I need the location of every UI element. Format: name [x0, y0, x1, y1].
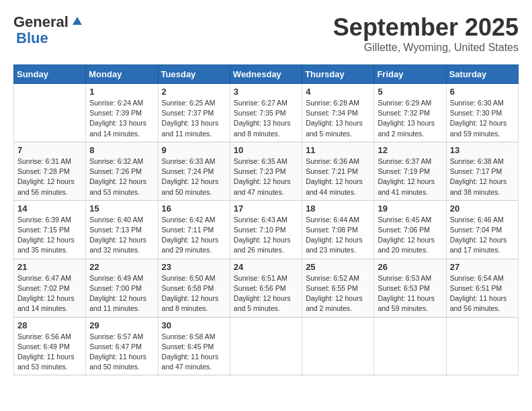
day-number: 6: [450, 87, 515, 97]
table-row: [302, 317, 374, 375]
table-row: [14, 84, 86, 142]
table-row: 13Sunrise: 6:38 AMSunset: 7:17 PMDayligh…: [446, 142, 518, 200]
day-number: 25: [306, 262, 370, 272]
day-info: Sunrise: 6:39 AMSunset: 7:15 PMDaylight:…: [17, 215, 82, 256]
logo-blue: Blue: [16, 30, 48, 46]
month-title: September 2025: [333, 13, 519, 42]
day-info: Sunrise: 6:24 AMSunset: 7:39 PMDaylight:…: [89, 98, 154, 139]
day-info: Sunrise: 6:57 AMSunset: 6:47 PMDaylight:…: [89, 332, 154, 373]
table-row: [374, 317, 446, 375]
col-friday: Friday: [374, 65, 446, 84]
day-info: Sunrise: 6:51 AMSunset: 6:56 PMDaylight:…: [234, 273, 298, 314]
title-area: September 2025 Gillette, Wyoming, United…: [333, 13, 519, 54]
day-number: 2: [162, 87, 226, 97]
day-number: 19: [378, 203, 442, 214]
day-number: 21: [17, 262, 82, 272]
day-number: 24: [234, 262, 298, 272]
day-number: 9: [162, 145, 226, 155]
calendar-week-3: 14Sunrise: 6:39 AMSunset: 7:15 PMDayligh…: [14, 200, 519, 259]
day-number: 13: [450, 145, 515, 155]
day-number: 20: [450, 203, 515, 214]
day-number: 28: [17, 320, 82, 330]
table-row: 11Sunrise: 6:36 AMSunset: 7:21 PMDayligh…: [302, 142, 374, 200]
col-wednesday: Wednesday: [230, 65, 302, 84]
table-row: 18Sunrise: 6:44 AMSunset: 7:08 PMDayligh…: [302, 200, 374, 259]
day-info: Sunrise: 6:31 AMSunset: 7:28 PMDaylight:…: [17, 156, 82, 197]
day-info: Sunrise: 6:46 AMSunset: 7:04 PMDaylight:…: [450, 215, 515, 256]
table-row: 12Sunrise: 6:37 AMSunset: 7:19 PMDayligh…: [374, 142, 446, 200]
table-row: 16Sunrise: 6:42 AMSunset: 7:11 PMDayligh…: [158, 200, 230, 259]
logo-icon: [71, 15, 83, 28]
table-row: 10Sunrise: 6:35 AMSunset: 7:23 PMDayligh…: [230, 142, 302, 200]
day-info: Sunrise: 6:30 AMSunset: 7:30 PMDaylight:…: [450, 98, 515, 139]
col-tuesday: Tuesday: [158, 65, 230, 84]
day-info: Sunrise: 6:54 AMSunset: 6:51 PMDaylight:…: [450, 273, 515, 314]
table-row: 1Sunrise: 6:24 AMSunset: 7:39 PMDaylight…: [86, 84, 158, 142]
day-number: 10: [234, 145, 298, 155]
day-info: Sunrise: 6:44 AMSunset: 7:08 PMDaylight:…: [306, 215, 370, 256]
day-number: 22: [89, 262, 154, 272]
day-number: 17: [234, 203, 298, 214]
table-row: 2Sunrise: 6:25 AMSunset: 7:37 PMDaylight…: [158, 84, 230, 142]
calendar-week-1: 1Sunrise: 6:24 AMSunset: 7:39 PMDaylight…: [14, 84, 519, 142]
day-info: Sunrise: 6:53 AMSunset: 6:53 PMDaylight:…: [378, 273, 442, 314]
table-row: 5Sunrise: 6:29 AMSunset: 7:32 PMDaylight…: [374, 84, 446, 142]
day-number: 7: [17, 145, 82, 155]
col-saturday: Saturday: [446, 65, 518, 84]
day-info: Sunrise: 6:29 AMSunset: 7:32 PMDaylight:…: [378, 98, 442, 139]
col-monday: Monday: [86, 65, 158, 84]
day-info: Sunrise: 6:25 AMSunset: 7:37 PMDaylight:…: [162, 98, 226, 139]
day-info: Sunrise: 6:56 AMSunset: 6:49 PMDaylight:…: [17, 332, 82, 373]
table-row: 6Sunrise: 6:30 AMSunset: 7:30 PMDaylight…: [446, 84, 518, 142]
table-row: 23Sunrise: 6:50 AMSunset: 6:58 PMDayligh…: [158, 259, 230, 317]
day-info: Sunrise: 6:32 AMSunset: 7:26 PMDaylight:…: [89, 156, 154, 197]
page-header: General Blue September 2025 Gillette, Wy…: [13, 13, 519, 54]
day-number: 18: [306, 203, 370, 214]
table-row: 3Sunrise: 6:27 AMSunset: 7:35 PMDaylight…: [230, 84, 302, 142]
table-row: 29Sunrise: 6:57 AMSunset: 6:47 PMDayligh…: [86, 317, 158, 375]
day-number: 4: [306, 87, 370, 97]
day-info: Sunrise: 6:45 AMSunset: 7:06 PMDaylight:…: [378, 215, 442, 256]
day-info: Sunrise: 6:33 AMSunset: 7:24 PMDaylight:…: [162, 156, 226, 197]
table-row: 25Sunrise: 6:52 AMSunset: 6:55 PMDayligh…: [302, 259, 374, 317]
logo-general: General: [13, 13, 69, 31]
day-info: Sunrise: 6:43 AMSunset: 7:10 PMDaylight:…: [234, 215, 298, 256]
svg-marker-0: [73, 17, 82, 25]
table-row: 24Sunrise: 6:51 AMSunset: 6:56 PMDayligh…: [230, 259, 302, 317]
day-number: 3: [234, 87, 298, 97]
table-row: 30Sunrise: 6:58 AMSunset: 6:45 PMDayligh…: [158, 317, 230, 375]
table-row: 4Sunrise: 6:28 AMSunset: 7:34 PMDaylight…: [302, 84, 374, 142]
day-number: 1: [89, 87, 154, 97]
day-number: 12: [378, 145, 442, 155]
day-info: Sunrise: 6:38 AMSunset: 7:17 PMDaylight:…: [450, 156, 515, 197]
location: Gillette, Wyoming, United States: [333, 42, 519, 54]
day-number: 30: [162, 320, 226, 330]
table-row: 8Sunrise: 6:32 AMSunset: 7:26 PMDaylight…: [86, 142, 158, 200]
calendar-header-row: Sunday Monday Tuesday Wednesday Thursday…: [14, 65, 519, 84]
day-info: Sunrise: 6:47 AMSunset: 7:02 PMDaylight:…: [17, 273, 82, 314]
table-row: 22Sunrise: 6:49 AMSunset: 7:00 PMDayligh…: [86, 259, 158, 317]
col-sunday: Sunday: [14, 65, 86, 84]
table-row: 20Sunrise: 6:46 AMSunset: 7:04 PMDayligh…: [446, 200, 518, 259]
table-row: 17Sunrise: 6:43 AMSunset: 7:10 PMDayligh…: [230, 200, 302, 259]
calendar-week-4: 21Sunrise: 6:47 AMSunset: 7:02 PMDayligh…: [14, 259, 519, 317]
day-info: Sunrise: 6:42 AMSunset: 7:11 PMDaylight:…: [162, 215, 226, 256]
table-row: 7Sunrise: 6:31 AMSunset: 7:28 PMDaylight…: [14, 142, 86, 200]
day-info: Sunrise: 6:35 AMSunset: 7:23 PMDaylight:…: [234, 156, 298, 197]
table-row: 21Sunrise: 6:47 AMSunset: 7:02 PMDayligh…: [14, 259, 86, 317]
day-number: 5: [378, 87, 442, 97]
calendar-week-2: 7Sunrise: 6:31 AMSunset: 7:28 PMDaylight…: [14, 142, 519, 200]
logo: General Blue: [13, 13, 83, 47]
day-info: Sunrise: 6:27 AMSunset: 7:35 PMDaylight:…: [234, 98, 298, 139]
day-info: Sunrise: 6:52 AMSunset: 6:55 PMDaylight:…: [306, 273, 370, 314]
table-row: 15Sunrise: 6:40 AMSunset: 7:13 PMDayligh…: [86, 200, 158, 259]
day-info: Sunrise: 6:40 AMSunset: 7:13 PMDaylight:…: [89, 215, 154, 256]
day-info: Sunrise: 6:49 AMSunset: 7:00 PMDaylight:…: [89, 273, 154, 314]
table-row: 26Sunrise: 6:53 AMSunset: 6:53 PMDayligh…: [374, 259, 446, 317]
day-info: Sunrise: 6:58 AMSunset: 6:45 PMDaylight:…: [162, 332, 226, 373]
day-number: 27: [450, 262, 515, 272]
day-number: 29: [89, 320, 154, 330]
day-number: 8: [89, 145, 154, 155]
table-row: [446, 317, 518, 375]
table-row: 14Sunrise: 6:39 AMSunset: 7:15 PMDayligh…: [14, 200, 86, 259]
